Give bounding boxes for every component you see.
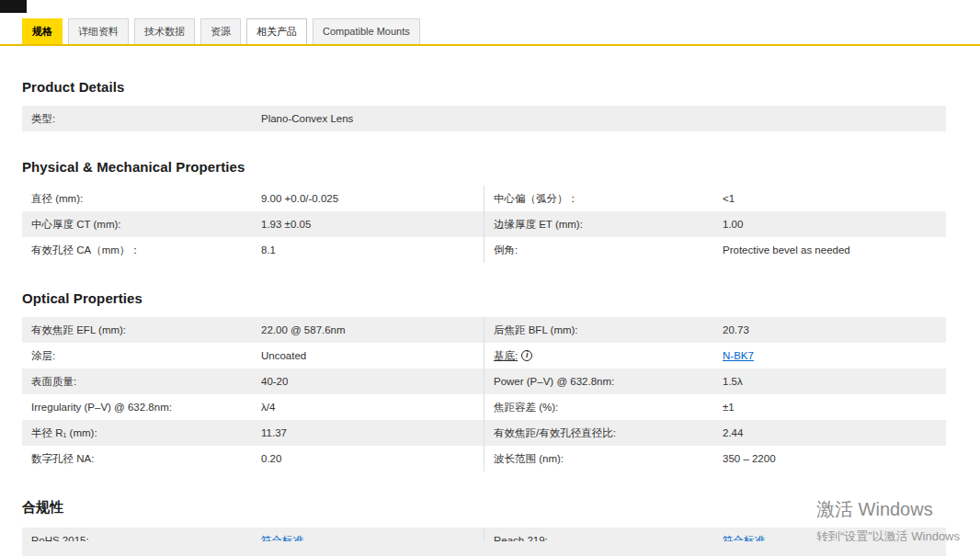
property-value: 20.73 — [713, 318, 946, 343]
property-label: 倒角: — [484, 237, 713, 263]
property-label: 有效焦距/有效孔径直径比: — [484, 420, 713, 446]
property-value: <1 — [713, 187, 946, 211]
section-title-product-details: Product Details — [22, 79, 946, 95]
property-label: 后焦距 BFL (mm): — [484, 317, 713, 343]
info-icon[interactable]: i — [521, 350, 532, 361]
property-label: 中心厚度 CT (mm): — [22, 212, 252, 237]
property-value: 1.5λ — [713, 369, 946, 394]
table-row: 有效焦距 EFL (mm): 22.00 @ 587.6nm 后焦距 BFL (… — [22, 317, 946, 343]
property-value: ±1 — [713, 395, 946, 420]
property-value: N-BK7 — [713, 344, 946, 369]
window-corner-fragment — [0, 0, 27, 13]
property-label: 表面质量: — [22, 369, 252, 394]
table-row: 有效孔径 CA（mm）： 8.1 倒角: Protective bevel as… — [22, 237, 946, 263]
property-value: 11.37 — [252, 421, 484, 446]
property-label: 波长范围 (nm): — [484, 446, 713, 471]
section-title-compliance: 合规性 — [22, 499, 946, 516]
tab-resources[interactable]: 资源 — [200, 18, 241, 44]
property-value: 0.20 — [252, 447, 484, 471]
property-label: Power (P–V) @ 632.8nm: — [484, 369, 713, 394]
spec-content: Product Details 类型: Plano-Convex Lens Ph… — [22, 79, 946, 556]
table-row: 表面质量: 40-20 Power (P–V) @ 632.8nm: 1.5λ — [22, 369, 946, 394]
watermark-line1: 激活 Windows — [816, 497, 960, 522]
physical-properties-table: 直径 (mm): 9.00 +0.0/-0.025 中心偏（弧分）： <1 中心… — [22, 186, 946, 263]
product-details-table: 类型: Plano-Convex Lens — [22, 106, 946, 131]
property-label: 焦距容差 (%): — [484, 394, 713, 420]
tab-compatible-mounts[interactable]: Compatible Mounts — [313, 18, 420, 44]
substrate-material-link[interactable]: N-BK7 — [723, 350, 754, 361]
property-label: 边缘厚度 ET (mm): — [484, 211, 713, 237]
optical-properties-table: 有效焦距 EFL (mm): 22.00 @ 587.6nm 后焦距 BFL (… — [22, 317, 946, 471]
property-label: 半径 R₁ (mm): — [22, 421, 252, 446]
property-value: 1.93 ±0.05 — [252, 212, 484, 237]
property-label: 类型: — [22, 107, 252, 131]
property-value: 8.1 — [252, 238, 484, 263]
table-row: 涂层: Uncoated 基底: i N-BK7 — [22, 343, 946, 369]
property-value: 40-20 — [252, 369, 484, 394]
property-label: 中心偏（弧分）： — [484, 186, 713, 211]
property-value: 1.00 — [713, 212, 946, 237]
property-label: 有效孔径 CA（mm）： — [22, 238, 252, 263]
property-value: Uncoated — [252, 344, 484, 369]
tab-details[interactable]: 详细资料 — [68, 18, 129, 44]
property-label: 涂层: — [22, 344, 252, 369]
property-value: 350 – 2200 — [713, 447, 946, 471]
substrate-label-link[interactable]: 基底: — [494, 349, 518, 363]
property-value — [713, 113, 946, 124]
property-value: 22.00 @ 587.6nm — [252, 318, 484, 343]
property-label-substrate: 基底: i — [484, 343, 713, 369]
property-value: Protective bevel as needed — [713, 238, 946, 263]
table-row: 中心厚度 CT (mm): 1.93 ±0.05 边缘厚度 ET (mm): 1… — [22, 211, 946, 237]
section-title-physical: Physical & Mechanical Properties — [22, 159, 946, 175]
property-label: 直径 (mm): — [22, 187, 252, 211]
table-row: 直径 (mm): 9.00 +0.0/-0.025 中心偏（弧分）： <1 — [22, 186, 946, 211]
partial-next-row — [22, 541, 946, 556]
table-row: Irregularity (P–V) @ 632.8nm: λ/4 焦距容差 (… — [22, 394, 946, 420]
tab-specs[interactable]: 规格 — [22, 18, 63, 44]
property-value: Plano-Convex Lens — [252, 107, 484, 131]
property-label — [484, 113, 713, 124]
windows-activation-watermark: 激活 Windows 转到“设置”以激活 Windows — [816, 497, 960, 545]
tab-related-products[interactable]: 相关产品 — [246, 18, 307, 44]
property-value: 9.00 +0.0/-0.025 — [252, 187, 484, 211]
table-row: 半径 R₁ (mm): 11.37 有效焦距/有效孔径直径比: 2.44 — [22, 420, 946, 446]
property-value: 2.44 — [713, 421, 946, 446]
property-label: Irregularity (P–V) @ 632.8nm: — [22, 395, 252, 420]
tab-bar: 规格 详细资料 技术数据 资源 相关产品 Compatible Mounts — [0, 0, 980, 46]
table-row: 数字孔径 NA: 0.20 波长范围 (nm): 350 – 2200 — [22, 446, 946, 471]
property-value: λ/4 — [252, 395, 484, 420]
tab-tech-data[interactable]: 技术数据 — [134, 18, 195, 44]
table-row: 类型: Plano-Convex Lens — [22, 106, 946, 131]
property-label: 有效焦距 EFL (mm): — [22, 318, 252, 343]
property-label: 数字孔径 NA: — [22, 447, 252, 471]
section-title-optical: Optical Properties — [22, 290, 946, 306]
